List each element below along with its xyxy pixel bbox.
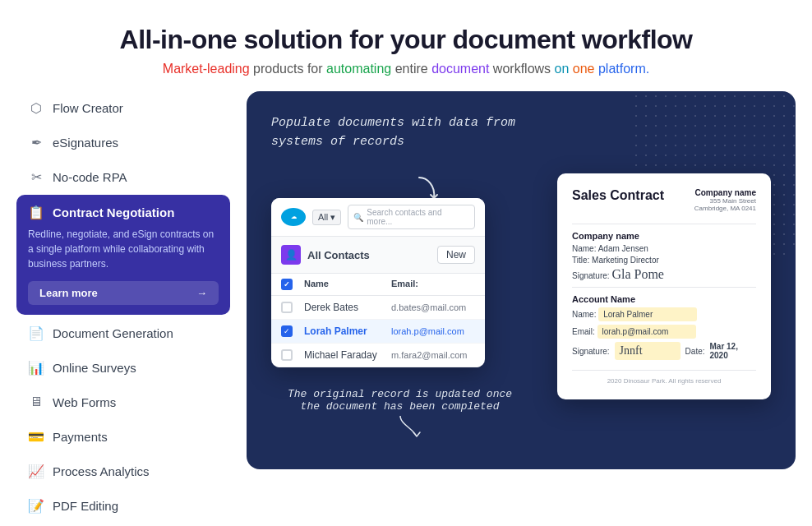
annotation-top: Populate documents with data fromsystems…: [271, 114, 515, 151]
row-checkbox[interactable]: [281, 349, 293, 361]
learn-more-button[interactable]: Learn more →: [28, 281, 219, 305]
date-value: Mar 12, 2020: [710, 342, 757, 360]
sidebar-item-process-analytics[interactable]: 📈 Process Analytics: [16, 454, 230, 487]
active-card-header: 📋 Contract Negotiation: [28, 205, 219, 220]
search-icon: 🔍: [353, 213, 363, 222]
account-name-row: Name: Lorah Palmer: [572, 307, 756, 321]
page-header: All-in-one solution for your document wo…: [16, 25, 796, 76]
sidebar-item-nocode-rpa[interactable]: ✂ No-code RPA: [16, 160, 230, 193]
sidebar-item-label: No-code RPA: [53, 170, 127, 184]
account-sig-label: Signature:: [572, 347, 610, 356]
contract-title: Sales Contract: [572, 188, 664, 203]
row-checkbox[interactable]: ✓: [281, 325, 293, 337]
crm-panel: ☁ All ▾ 🔍 Search contacts and more... 👤 …: [271, 198, 485, 367]
page-subtitle: Market-leading products for automating e…: [16, 62, 796, 76]
account-email-label: Email:: [572, 327, 597, 336]
contact-email: m.fara2@mail.com: [391, 350, 475, 360]
all-contacts-left: 👤 All Contacts: [281, 245, 370, 265]
crm-header: ☁ All ▾ 🔍 Search contacts and more...: [271, 198, 485, 237]
contract-sig-field: Signature: Gla Pome: [572, 267, 756, 282]
sidebar-item-payments[interactable]: 💳 Payments: [16, 420, 230, 453]
section-divider: [572, 224, 756, 224]
crm-search-bar[interactable]: 🔍 Search contacts and more...: [348, 205, 475, 229]
pdf-editing-icon: 📝: [28, 497, 44, 514]
sidebar-item-label: eSignatures: [53, 136, 118, 150]
contract-header-row: Sales Contract Company name 355 Main Str…: [572, 188, 756, 212]
contact-name: Michael Faraday: [304, 349, 388, 361]
name-label: Name:: [572, 244, 598, 253]
contract-footer: 2020 Dinosaur Park. All rights reserved: [572, 370, 756, 385]
sidebar: ⬡ Flow Creator ✒ eSignatures ✂ No-code R…: [16, 91, 230, 526]
sidebar-item-web-forms[interactable]: 🖥 Web Forms: [16, 385, 230, 418]
sig-label: Signature:: [572, 271, 611, 280]
company-name: Company name: [694, 188, 756, 197]
sidebar-item-document-generation[interactable]: 📄 Document Generation: [16, 316, 230, 349]
sidebar-item-label: Payments: [53, 430, 108, 444]
company-address: 355 Main StreetCambridge, MA 0241: [694, 197, 756, 212]
all-contacts-title: All Contacts: [307, 249, 370, 261]
sidebar-item-contract-negotiation[interactable]: 📋 Contract Negotiation Redline, negotiat…: [16, 195, 230, 315]
contact-avatar: 👤: [281, 245, 301, 265]
annotation-bottom: The original record is updated oncethe d…: [288, 388, 512, 441]
sidebar-item-online-surveys[interactable]: 📊 Online Surveys: [16, 351, 230, 384]
sidebar-item-label: Online Surveys: [53, 361, 136, 375]
account-name-value: Lorah Palmer: [598, 307, 697, 321]
contact-email: lorah.p@mail.com: [391, 326, 475, 336]
account-email-row: Email: lorah.p@mail.com: [572, 325, 756, 339]
account-email-value: lorah.p@mail.com: [597, 325, 696, 339]
contact-name: Derek Bates: [304, 302, 388, 313]
section2-label: Account Name: [572, 294, 756, 304]
sidebar-item-label: PDF Editing: [53, 499, 118, 513]
page-title: All-in-one solution for your document wo…: [16, 25, 796, 55]
account-sig-row: Signature: Jnnft Date: Mar 12, 2020: [572, 342, 756, 360]
contract-title-field: Title: Marketing Director: [572, 256, 756, 265]
contact-email: d.bates@mail.com: [391, 302, 475, 312]
section1-label: Company name: [572, 231, 756, 241]
sig-value: Gla Pome: [611, 267, 664, 281]
account-sig-value: Jnnft: [615, 342, 681, 360]
main-content: ⬡ Flow Creator ✒ eSignatures ✂ No-code R…: [16, 91, 796, 526]
svg-text:☁: ☁: [291, 214, 297, 219]
crm-table-header: ✓ Name Email:: [271, 274, 485, 296]
new-contact-button[interactable]: New: [437, 246, 475, 264]
section-divider: [572, 287, 756, 288]
date-label: Date:: [685, 347, 705, 356]
sidebar-item-label: Process Analytics: [53, 464, 150, 478]
row-checkbox[interactable]: [281, 302, 293, 313]
contact-name: Lorah Palmer: [304, 325, 388, 337]
active-title: Contract Negotiation: [53, 205, 174, 219]
title-label: Title:: [572, 256, 592, 265]
salesforce-logo: ☁: [281, 208, 306, 226]
account-name-label: Name:: [572, 310, 598, 319]
sidebar-item-flow-creator[interactable]: ⬡ Flow Creator: [16, 91, 230, 124]
online-surveys-icon: 📊: [28, 359, 44, 376]
document-generation-icon: 📄: [28, 325, 44, 341]
process-analytics-icon: 📈: [28, 463, 44, 479]
contract-panel: Sales Contract Company name 355 Main Str…: [557, 173, 771, 399]
search-placeholder: Search contacts and more...: [367, 208, 469, 226]
flow-creator-icon: ⬡: [28, 99, 44, 116]
name-value: Adam Jensen: [598, 244, 648, 253]
table-row[interactable]: Michael Faraday m.fara2@mail.com: [271, 344, 485, 367]
esignatures-icon: ✒: [28, 134, 44, 150]
contract-negotiation-icon: 📋: [28, 205, 44, 220]
page-wrapper: All-in-one solution for your document wo…: [0, 0, 812, 526]
arrow-right-icon: →: [196, 287, 207, 299]
active-description: Redline, negotiate, and eSign contracts …: [28, 227, 219, 271]
payments-icon: 💳: [28, 428, 44, 445]
checkbox-header: ✓: [281, 279, 301, 290]
sidebar-item-label: Web Forms: [53, 395, 116, 409]
web-forms-icon: 🖥: [28, 394, 44, 410]
nocode-rpa-icon: ✂: [28, 168, 44, 185]
table-row[interactable]: ✓ Lorah Palmer lorah.p@mail.com: [271, 320, 485, 344]
sidebar-item-esignatures[interactable]: ✒ eSignatures: [16, 126, 230, 159]
all-contacts-bar: 👤 All Contacts New: [271, 237, 485, 274]
table-row[interactable]: Derek Bates d.bates@mail.com: [271, 296, 485, 320]
sidebar-item-pdf-editing[interactable]: 📝 PDF Editing: [16, 489, 230, 522]
name-column-header: Name: [304, 279, 388, 290]
crm-all-select[interactable]: All ▾: [312, 210, 341, 225]
title-value: Marketing Director: [592, 256, 659, 265]
email-column-header: Email:: [391, 279, 475, 290]
sidebar-item-label: Flow Creator: [53, 101, 123, 115]
sidebar-item-label: Document Generation: [53, 326, 173, 340]
